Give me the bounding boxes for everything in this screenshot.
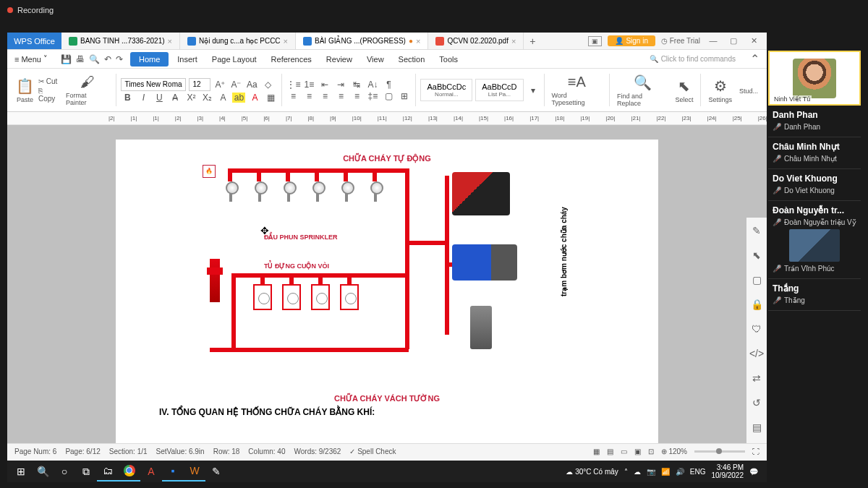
notifications-icon[interactable]: 💬 — [749, 468, 758, 476]
code-icon[interactable]: </> — [749, 348, 764, 359]
tab-1[interactable]: Nội dung c...a học PCCC× — [180, 33, 296, 49]
protect-icon[interactable]: 🛡 — [752, 323, 762, 335]
style-listpara[interactable]: AaBbCcDList Pa... — [475, 79, 523, 101]
tab-view[interactable]: View — [359, 50, 391, 68]
clear-format-icon[interactable]: ◇ — [261, 80, 274, 90]
horizontal-ruler[interactable]: |2||1||1||2||3||4||5||6||7||8||9||10||11… — [7, 112, 767, 125]
zoom-tray-icon[interactable]: 📷 — [647, 468, 655, 476]
window-layout-icon[interactable]: ▣ — [588, 36, 602, 46]
participant-tile[interactable]: Châu Minh Nhựt 🎤̸Châu Minh Nhựt — [768, 137, 861, 169]
grow-font-icon[interactable]: A⁺ — [213, 80, 226, 90]
maximize-button[interactable]: ▢ — [726, 36, 741, 46]
tab-home[interactable]: Home — [130, 52, 169, 67]
shading-button[interactable]: ▦ — [264, 93, 277, 103]
typeset-icon[interactable]: ≡A — [568, 74, 586, 90]
zoom-icon[interactable]: ▪ — [162, 461, 184, 481]
participant-tile[interactable]: Thắng 🎤̸Thắng — [768, 279, 861, 311]
autocad-icon[interactable]: A — [140, 461, 162, 481]
text-effect-button[interactable]: A — [216, 93, 229, 103]
volume-icon[interactable]: 🔊 — [676, 468, 684, 476]
clock[interactable]: 3:46 PM10/9/2022 — [712, 463, 744, 479]
status-setvalue[interactable]: SetValue: 6.9in — [156, 448, 205, 455]
shading2-icon[interactable]: ▢ — [382, 91, 395, 101]
align-right-icon[interactable]: ≡ — [318, 91, 331, 101]
status-pagenum[interactable]: Page Num: 6 — [14, 448, 56, 455]
select-icon[interactable]: ⬉ — [678, 77, 690, 95]
lock-icon[interactable]: 🔒 — [751, 299, 763, 310]
tab-section[interactable]: Section — [391, 50, 433, 68]
justify-icon[interactable]: ≡ — [334, 91, 347, 101]
distribute-icon[interactable]: ≡ — [350, 91, 363, 101]
bullets-icon[interactable]: ⋮≡ — [286, 80, 299, 90]
font-color-button[interactable]: A — [248, 93, 261, 103]
weather-widget[interactable]: ☁ 30°C Có mây — [566, 468, 618, 476]
onedrive-icon[interactable]: ☁ — [634, 468, 641, 476]
text-dir-icon[interactable]: A↓ — [366, 80, 379, 90]
document-canvas[interactable]: 🔥 CHỮA CHÁY TỰ ĐỘNG ✥ ĐẦU PHUN SPRINKLER — [7, 125, 767, 443]
status-page[interactable]: Page: 6/12 — [65, 448, 100, 455]
search-icon[interactable]: 🔍 — [32, 461, 54, 481]
wps-icon[interactable]: W — [184, 461, 205, 481]
strike-button[interactable]: A̶ — [169, 93, 182, 103]
wps-logo[interactable]: WPS Office — [7, 33, 61, 49]
minimize-button[interactable]: — — [706, 36, 720, 46]
status-section[interactable]: Section: 1/1 — [109, 448, 148, 455]
change-case-icon[interactable]: Aa — [245, 80, 258, 90]
shrink-font-icon[interactable]: A⁻ — [229, 80, 242, 90]
app-menu[interactable]: ≡ Menu ˅ — [7, 50, 55, 68]
arrow-icon[interactable]: ⬉ — [752, 249, 761, 261]
redo-icon[interactable]: ↷ — [116, 54, 123, 64]
font-name-select[interactable] — [121, 78, 186, 91]
close-icon[interactable]: × — [511, 37, 516, 46]
tab-insert[interactable]: Insert — [170, 50, 205, 68]
participant-tile[interactable]: Danh Phan 🎤̸Danh Phan — [768, 106, 861, 137]
view-web-icon[interactable]: ▭ — [621, 448, 627, 455]
numbering-icon[interactable]: 1≡ — [302, 80, 315, 90]
clipboard-icon[interactable]: ▢ — [752, 274, 762, 286]
style-normal[interactable]: AaBbCcDcNormal... — [420, 79, 472, 101]
settings-icon[interactable]: ⚙ — [714, 77, 727, 95]
textedit-icon[interactable]: ✎ — [205, 461, 227, 481]
command-search[interactable]: 🔍Click to find commands — [642, 55, 743, 63]
indent-inc-icon[interactable]: ⇥ — [334, 80, 347, 90]
tab-3[interactable]: QCVN 02.2020.pdf× — [428, 33, 524, 49]
close-icon[interactable]: × — [416, 37, 420, 46]
subscript-button[interactable]: X₂ — [200, 93, 213, 103]
folder-icon[interactable]: ▤ — [752, 421, 762, 433]
tab-references[interactable]: References — [264, 50, 319, 68]
cortana-icon[interactable]: ○ — [54, 461, 75, 481]
fullscreen-icon[interactable]: ⛶ — [752, 448, 760, 455]
line-spacing-icon[interactable]: ‡≡ — [366, 91, 379, 101]
close-icon[interactable]: × — [284, 37, 288, 46]
indent-dec-icon[interactable]: ⇤ — [318, 80, 331, 90]
styles-more-icon[interactable]: ▾ — [527, 85, 540, 95]
format-painter-icon[interactable]: 🖌 — [80, 74, 95, 90]
preview-icon[interactable]: 🔍 — [89, 54, 100, 64]
zoom-value[interactable]: ⊕ 120% — [661, 448, 687, 455]
signin-button[interactable]: 👤Sign in — [608, 35, 655, 46]
italic-button[interactable]: I — [137, 93, 150, 103]
free-trial-button[interactable]: ◷ Free Trial — [661, 37, 700, 45]
tab-review[interactable]: Review — [319, 50, 359, 68]
view-outline-icon[interactable]: ▤ — [607, 448, 613, 455]
status-col[interactable]: Column: 40 — [248, 448, 285, 455]
superscript-button[interactable]: X² — [184, 93, 197, 103]
taskview-icon[interactable]: ⧉ — [75, 461, 97, 481]
find-icon[interactable]: 🔍 — [634, 74, 652, 91]
pencil-icon[interactable]: ✎ — [752, 225, 761, 236]
undo-icon[interactable]: ↶ — [104, 54, 111, 64]
collapse-ribbon-icon[interactable]: ⌃ — [743, 52, 767, 66]
borders-icon[interactable]: ⊞ — [398, 91, 411, 101]
align-left-icon[interactable]: ≡ — [286, 91, 299, 101]
history-icon[interactable]: ↺ — [752, 397, 761, 408]
new-tab-button[interactable]: + — [524, 33, 541, 49]
highlight-button[interactable]: ab — [232, 93, 245, 103]
language-indicator[interactable]: ENG — [690, 468, 706, 476]
participant-tile[interactable]: Đoàn Nguyễn tr... 🎤̸Đoàn Nguyễn triệu Vỹ… — [768, 201, 861, 279]
pinned-participant[interactable]: Ninh Viết Tú — [768, 51, 861, 106]
cut-button[interactable]: ✂ Cut — [38, 77, 61, 85]
tray-chevron-icon[interactable]: ˄ — [624, 468, 628, 476]
print-icon[interactable]: 🖶 — [76, 54, 85, 64]
tab-tools[interactable]: Tools — [432, 50, 465, 68]
close-button[interactable]: ✕ — [746, 36, 761, 46]
